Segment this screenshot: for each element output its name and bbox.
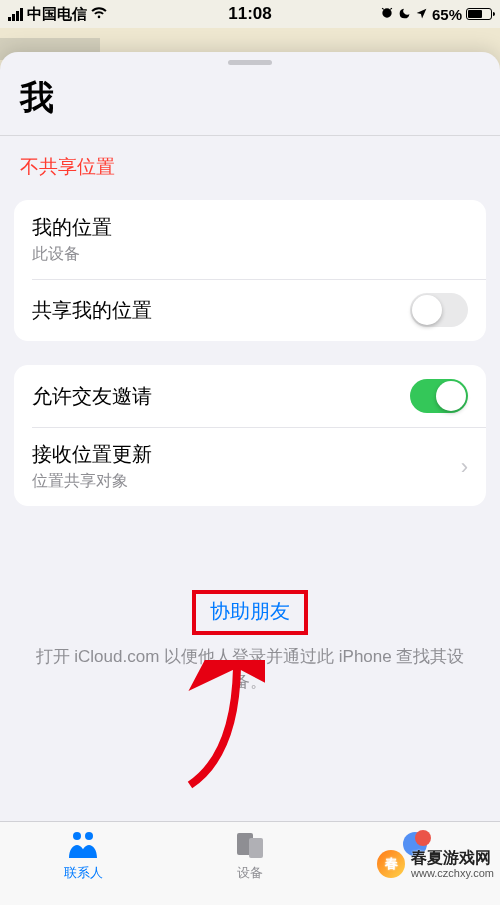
wifi-icon: [91, 6, 107, 22]
watermark-url: www.czchxy.com: [411, 867, 494, 879]
watermark: 春 春夏游戏网 www.czchxy.com: [377, 849, 494, 879]
tab-people[interactable]: 联系人: [23, 830, 143, 905]
share-location-switch[interactable]: [410, 293, 468, 327]
location-group: 我的位置 此设备 共享我的位置: [14, 200, 486, 341]
my-location-cell[interactable]: 我的位置 此设备: [14, 200, 486, 279]
chevron-right-icon: ›: [461, 454, 468, 480]
status-bar: 中国电信 11:08 65%: [0, 0, 500, 28]
page-title: 我: [0, 71, 500, 135]
people-icon: [66, 830, 100, 862]
tab-people-label: 联系人: [64, 864, 103, 882]
alarm-icon: [380, 6, 394, 23]
devices-icon: [235, 830, 265, 862]
svg-point-1: [85, 832, 93, 840]
annotation-highlight-box: 协助朋友: [192, 590, 308, 635]
allow-requests-switch[interactable]: [410, 379, 468, 413]
share-location-cell: 共享我的位置: [14, 279, 486, 341]
annotation-arrow-icon: [175, 660, 265, 790]
battery-percentage: 65%: [432, 6, 462, 23]
watermark-badge-icon: 春: [377, 850, 405, 878]
watermark-text: 春夏游戏网: [411, 849, 494, 867]
not-sharing-status: 不共享位置: [0, 136, 500, 200]
share-location-title: 共享我的位置: [32, 297, 152, 324]
receive-updates-title: 接收位置更新: [32, 441, 152, 468]
allow-requests-cell: 允许交友邀请: [14, 365, 486, 427]
sheet-grabber[interactable]: [228, 60, 272, 65]
svg-point-5: [415, 830, 431, 846]
battery-icon: [466, 8, 492, 20]
location-arrow-icon: [415, 6, 428, 23]
tab-devices-label: 设备: [237, 864, 263, 882]
help-friend-section: 协助朋友 打开 iCloud.com 以便他人登录并通过此 iPhone 查找其…: [0, 530, 500, 694]
friends-group: 允许交友邀请 接收位置更新 位置共享对象 ›: [14, 365, 486, 506]
my-location-sub: 此设备: [32, 244, 112, 265]
my-location-title: 我的位置: [32, 214, 112, 241]
allow-requests-title: 允许交友邀请: [32, 383, 152, 410]
cellular-signal-icon: [8, 8, 23, 21]
receive-updates-cell[interactable]: 接收位置更新 位置共享对象 ›: [14, 427, 486, 506]
tab-devices[interactable]: 设备: [190, 830, 310, 905]
help-friend-link[interactable]: 协助朋友: [210, 600, 290, 622]
status-left: 中国电信: [8, 5, 107, 24]
carrier-label: 中国电信: [27, 5, 87, 24]
me-sheet: 我 不共享位置 我的位置 此设备 共享我的位置 允许交友邀请 接收位置更新: [0, 52, 500, 905]
status-right: 65%: [380, 6, 492, 23]
receive-updates-sub: 位置共享对象: [32, 471, 152, 492]
dnd-moon-icon: [398, 6, 411, 23]
svg-point-0: [73, 832, 81, 840]
svg-rect-3: [249, 838, 263, 858]
